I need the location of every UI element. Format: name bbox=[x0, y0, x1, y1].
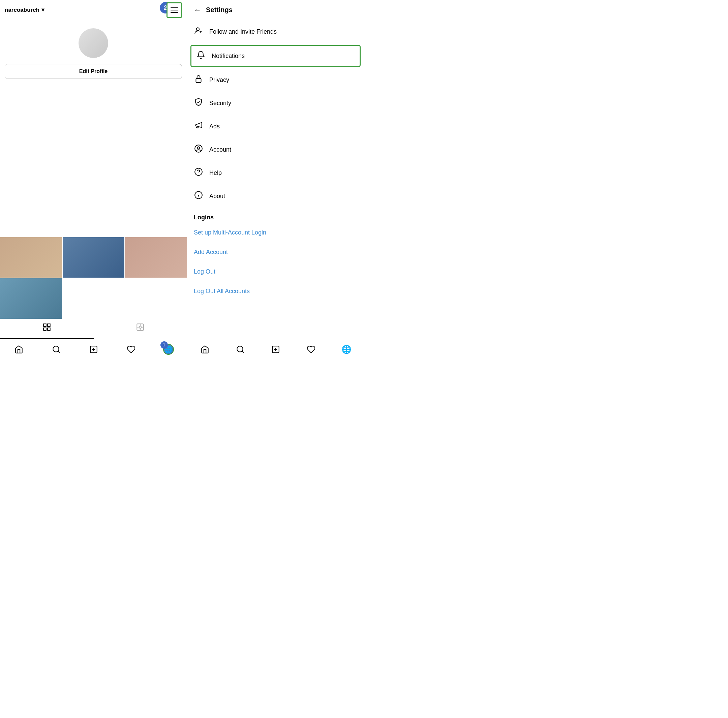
svg-point-15 bbox=[197, 147, 200, 149]
tab-tagged[interactable] bbox=[94, 318, 187, 339]
tab-bar bbox=[0, 318, 187, 339]
lock-icon bbox=[194, 75, 203, 85]
svg-point-14 bbox=[195, 145, 202, 152]
nav-heart-button[interactable] bbox=[124, 343, 138, 356]
menu-label-help: Help bbox=[209, 170, 222, 177]
menu-item-add-account[interactable]: Add Account bbox=[187, 243, 364, 262]
menu-label-add-account: Add Account bbox=[194, 249, 228, 256]
grid-icon bbox=[43, 323, 51, 333]
menu-item-log-out[interactable]: Log Out bbox=[187, 262, 364, 282]
account-circle-icon bbox=[194, 144, 203, 155]
photo-cell-2 bbox=[63, 237, 125, 278]
svg-rect-3 bbox=[47, 328, 50, 330]
nav-home-button[interactable] bbox=[12, 343, 26, 356]
svg-point-21 bbox=[53, 346, 59, 352]
menu-label-ads: Ads bbox=[209, 123, 220, 130]
settings-header: ← Settings bbox=[187, 0, 364, 20]
settings-title: Settings bbox=[206, 6, 232, 14]
svg-line-22 bbox=[58, 351, 60, 353]
bottom-nav-right: 🌐 bbox=[187, 343, 364, 356]
svg-line-27 bbox=[242, 351, 244, 353]
nav-profile-button[interactable]: 1 🌐 bbox=[162, 343, 175, 356]
nav-profile2-button[interactable]: 🌐 bbox=[340, 343, 353, 356]
back-button[interactable]: ← bbox=[194, 6, 201, 14]
nav-search2-button[interactable] bbox=[234, 343, 247, 356]
step-badge-1: 1 bbox=[161, 341, 168, 349]
menu-label-about: About bbox=[209, 193, 225, 200]
menu-item-notifications[interactable]: Notifications bbox=[190, 45, 361, 67]
menu-label-log-out: Log Out bbox=[194, 268, 216, 275]
bell-icon bbox=[196, 50, 206, 61]
top-bar: narcoaburch ▾ 2 bbox=[0, 0, 187, 20]
svg-point-26 bbox=[237, 346, 243, 352]
username-text: narcoaburch bbox=[5, 7, 40, 14]
hamburger-line-1 bbox=[171, 8, 178, 8]
nav-add-button[interactable] bbox=[87, 343, 101, 356]
menu-item-multi-account[interactable]: Set up Multi-Account Login bbox=[187, 223, 364, 243]
menu-item-privacy[interactable]: Privacy bbox=[187, 69, 364, 92]
svg-rect-0 bbox=[43, 324, 46, 327]
menu-label-notifications: Notifications bbox=[212, 53, 245, 60]
tab-grid[interactable] bbox=[0, 318, 94, 339]
menu-item-log-out-all[interactable]: Log Out All Accounts bbox=[187, 282, 364, 301]
svg-rect-2 bbox=[43, 328, 46, 330]
svg-point-16 bbox=[195, 168, 202, 176]
hamburger-line-2 bbox=[171, 10, 178, 11]
svg-rect-1 bbox=[47, 324, 50, 327]
avatar bbox=[78, 28, 108, 58]
globe2-icon: 🌐 bbox=[341, 345, 352, 354]
svg-point-10 bbox=[196, 27, 200, 31]
menu-item-security[interactable]: Security bbox=[187, 92, 364, 115]
nav-search-button[interactable] bbox=[49, 343, 63, 356]
menu-label-log-out-all: Log Out All Accounts bbox=[194, 288, 250, 295]
settings-panel: ← Settings Follow and Invite Friends bbox=[187, 0, 364, 359]
menu-label-security: Security bbox=[209, 100, 231, 107]
person-add-icon bbox=[194, 26, 203, 37]
photo-cell-4 bbox=[0, 278, 62, 319]
hamburger-line-3 bbox=[171, 12, 178, 13]
menu-item-help[interactable]: Help bbox=[187, 161, 364, 185]
logins-section-label: Logins bbox=[194, 214, 214, 221]
logins-section-header: Logins bbox=[187, 208, 364, 223]
info-circle-icon bbox=[194, 191, 203, 202]
menu-label-account: Account bbox=[209, 146, 231, 153]
profile-area: Edit Profile bbox=[0, 20, 187, 84]
photo-grid bbox=[0, 237, 187, 319]
photo-cell-3 bbox=[125, 237, 187, 278]
shield-icon bbox=[194, 98, 203, 108]
menu-item-account[interactable]: Account bbox=[187, 138, 364, 161]
help-circle-icon bbox=[194, 168, 203, 178]
svg-point-5 bbox=[139, 326, 142, 328]
menu-item-about[interactable]: About bbox=[187, 185, 364, 208]
settings-menu-list: Follow and Invite Friends Notifications … bbox=[187, 20, 364, 208]
hamburger-button[interactable] bbox=[167, 2, 182, 18]
menu-label-follow-invite: Follow and Invite Friends bbox=[209, 28, 277, 35]
tagged-icon bbox=[136, 323, 145, 333]
edit-profile-button[interactable]: Edit Profile bbox=[5, 64, 182, 79]
menu-item-follow-invite[interactable]: Follow and Invite Friends bbox=[187, 20, 364, 43]
megaphone-icon bbox=[194, 121, 203, 132]
username-area: narcoaburch ▾ bbox=[5, 6, 44, 14]
nav-add2-button[interactable] bbox=[269, 343, 283, 356]
menu-label-privacy: Privacy bbox=[209, 76, 229, 84]
dropdown-icon[interactable]: ▾ bbox=[41, 6, 44, 14]
logins-menu-list: Set up Multi-Account Login Add Account L… bbox=[187, 223, 364, 301]
menu-label-multi-account: Set up Multi-Account Login bbox=[194, 229, 266, 236]
left-panel: narcoaburch ▾ 2 Edit Profile bbox=[0, 0, 187, 359]
photo-cell-1 bbox=[0, 237, 62, 278]
bottom-nav-left: 1 🌐 bbox=[0, 343, 187, 356]
svg-rect-13 bbox=[196, 78, 201, 82]
nav-heart2-button[interactable] bbox=[304, 343, 318, 356]
nav-home2-button[interactable] bbox=[198, 343, 212, 356]
menu-item-ads[interactable]: Ads bbox=[187, 115, 364, 138]
bottom-nav: 1 🌐 bbox=[0, 339, 364, 359]
